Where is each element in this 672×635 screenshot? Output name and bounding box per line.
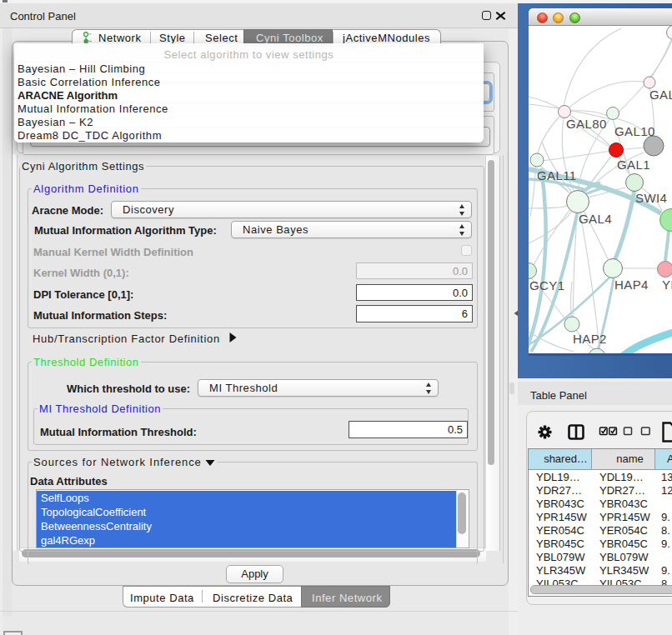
svg-text:GCY1: GCY1 xyxy=(529,278,564,292)
svg-text:YEL0: YEL0 xyxy=(662,278,672,292)
svg-text:GAL7: GAL7 xyxy=(649,88,672,102)
svg-text:GAL11: GAL11 xyxy=(537,168,577,182)
svg-text:SWI4: SWI4 xyxy=(635,191,667,205)
svg-text:GAL1: GAL1 xyxy=(617,158,650,172)
svg-text:GAL80: GAL80 xyxy=(566,117,607,131)
svg-text:HAP4: HAP4 xyxy=(614,278,649,292)
svg-text:HAP2: HAP2 xyxy=(573,332,607,346)
svg-text:GAL4: GAL4 xyxy=(579,212,612,226)
svg-text:GAL10: GAL10 xyxy=(614,124,655,138)
